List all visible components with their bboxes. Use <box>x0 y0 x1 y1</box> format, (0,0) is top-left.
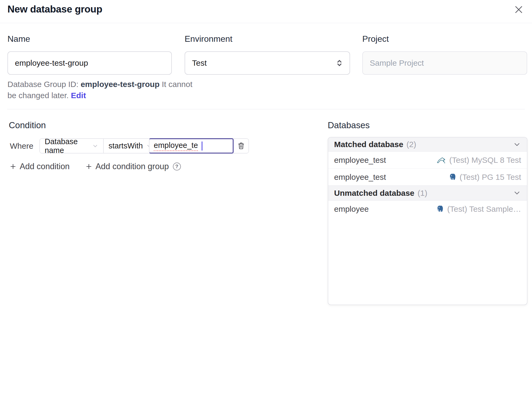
name-label: Name <box>7 34 172 44</box>
id-note-value: employee-test-group <box>81 80 160 89</box>
chevron-up-down-icon <box>335 59 344 67</box>
delete-condition-button[interactable] <box>233 139 248 153</box>
database-group-section: Unmatched database (1) employee <box>328 185 527 217</box>
dialog-header: New database group <box>0 0 532 23</box>
add-condition-button[interactable]: Add condition <box>9 162 70 171</box>
add-condition-label: Add condition <box>20 162 70 171</box>
add-condition-group-button[interactable]: Add condition group ? <box>85 162 181 171</box>
condition-field-value: Database name <box>45 137 89 155</box>
id-note-prefix: Database Group ID: <box>7 80 81 89</box>
close-icon <box>513 4 524 15</box>
instance-info: (Test) MySQL 8 Test <box>437 156 521 165</box>
environment-label: Environment <box>185 34 350 44</box>
close-button[interactable] <box>512 3 526 16</box>
instance-info: (Test) PG 15 Test <box>448 173 521 182</box>
condition-expression-box: Database name startsWith employee_te <box>39 138 249 153</box>
trash-icon <box>237 142 245 150</box>
page-title: New database group <box>7 4 102 15</box>
section-divider <box>7 109 525 109</box>
condition-operator-dropdown[interactable]: startsWith <box>103 139 149 153</box>
project-select[interactable]: Sample Project <box>362 51 527 75</box>
project-selected-value: Sample Project <box>370 59 424 68</box>
condition-row: Where Database name startsWith employee_… <box>10 138 249 153</box>
condition-value-input[interactable]: employee_te <box>149 138 234 153</box>
database-row: employee_test (Test) PG 15 Test <box>328 168 527 185</box>
name-input[interactable] <box>7 51 172 75</box>
project-field-group: Project Sample Project <box>362 34 527 75</box>
instance-label: (Test) PG 15 Test <box>460 173 521 182</box>
databases-panel: Matched database (2) employee_test <box>328 137 527 305</box>
db-group-title: Unmatched database <box>334 189 414 198</box>
add-condition-group-label: Add condition group <box>95 162 169 171</box>
database-group-id-note: Database Group ID: employee-test-group I… <box>7 79 194 101</box>
postgresql-icon <box>448 173 456 181</box>
condition-heading: Condition <box>9 120 46 130</box>
environment-select[interactable]: Test <box>185 51 350 75</box>
environment-selected-value: Test <box>192 59 207 68</box>
instance-info: (Test) Test Sample… <box>436 205 521 214</box>
text-cursor <box>202 142 202 151</box>
plus-icon <box>85 163 93 170</box>
where-label: Where <box>10 142 39 151</box>
mysql-icon <box>437 156 446 164</box>
condition-value-text: employee_te <box>154 141 198 151</box>
db-group-header[interactable]: Matched database (2) <box>328 138 527 152</box>
chevron-down-icon <box>92 143 98 149</box>
database-name: employee_test <box>334 156 386 165</box>
condition-operator-value: startsWith <box>109 142 143 150</box>
edit-link[interactable]: Edit <box>71 91 86 100</box>
instance-label: (Test) Test Sample… <box>447 205 521 214</box>
database-row: employee (Test) Test Sample… <box>328 201 527 217</box>
environment-field-group: Environment Test <box>185 34 350 75</box>
condition-field-dropdown[interactable]: Database name <box>40 139 103 153</box>
database-name: employee <box>334 205 369 214</box>
instance-label: (Test) MySQL 8 Test <box>449 156 521 165</box>
plus-icon <box>9 163 17 170</box>
databases-heading: Databases <box>328 120 370 130</box>
db-group-title: Matched database <box>334 140 403 149</box>
condition-actions: Add condition Add condition group ? <box>9 162 181 171</box>
db-group-count: (2) <box>406 140 416 149</box>
help-icon[interactable]: ? <box>173 163 181 171</box>
chevron-down-icon <box>513 189 521 197</box>
chevron-down-icon <box>513 140 521 149</box>
database-row: employee_test (Test) MySQL 8 Test <box>328 152 527 168</box>
db-group-header[interactable]: Unmatched database (1) <box>328 185 527 201</box>
database-name: employee_test <box>334 173 386 182</box>
database-group-section: Matched database (2) employee_test <box>328 138 527 185</box>
db-group-count: (1) <box>418 189 427 198</box>
name-field-group: Name <box>7 34 172 75</box>
project-label: Project <box>362 34 527 44</box>
postgresql-icon <box>436 205 444 213</box>
